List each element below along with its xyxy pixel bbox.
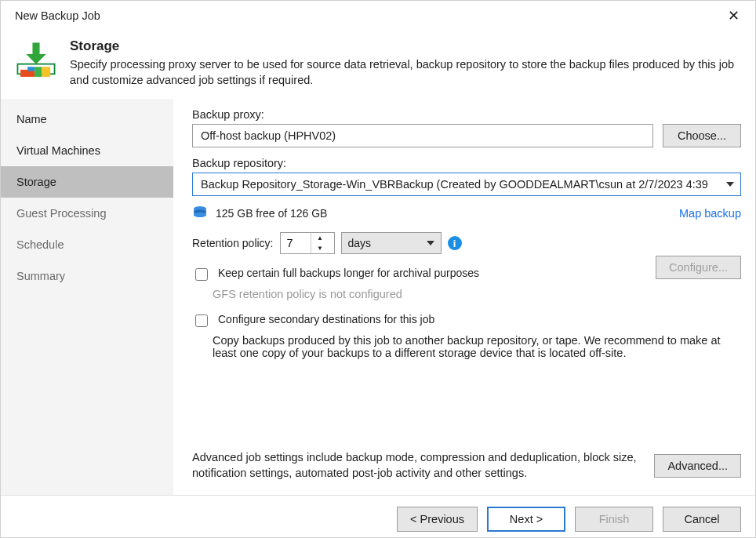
gfs-checkbox[interactable] (195, 268, 208, 281)
backup-repository-label: Backup repository: (192, 157, 741, 169)
secondary-destinations-label: Configure secondary destinations for thi… (218, 313, 434, 325)
advanced-button[interactable]: Advanced... (654, 454, 741, 478)
next-button[interactable]: Next > (487, 507, 565, 532)
previous-button[interactable]: < Previous (397, 507, 478, 532)
spinner-up-icon[interactable]: ▲ (311, 233, 329, 243)
retention-value-input[interactable] (281, 233, 311, 253)
header: Storage Specify processing proxy server … (1, 26, 755, 99)
advanced-description: Advanced job settings include backup mod… (192, 450, 643, 481)
cancel-button[interactable]: Cancel (663, 507, 741, 532)
retention-label: Retention policy: (192, 237, 274, 249)
svg-rect-3 (42, 67, 50, 77)
retention-unit-select[interactable]: days (341, 232, 442, 254)
gfs-configure-button: Configure... (656, 256, 741, 279)
page-description: Specify processing proxy server to be us… (70, 57, 741, 88)
chevron-down-icon (427, 241, 434, 245)
step-schedule[interactable]: Schedule (1, 229, 173, 260)
svg-rect-2 (35, 67, 42, 77)
storage-wizard-icon (12, 37, 60, 85)
step-virtual-machines[interactable]: Virtual Machines (1, 135, 173, 166)
window-title: New Backup Job (15, 9, 100, 22)
info-icon[interactable]: i (448, 236, 462, 250)
gfs-checkbox-label: Keep certain full backups longer for arc… (218, 267, 479, 279)
choose-proxy-button[interactable]: Choose... (663, 124, 741, 147)
finish-button: Finish (575, 507, 653, 532)
backup-repository-value: Backup Repository_Storage-Win_VBRBackup … (201, 173, 708, 195)
disk-stack-icon (192, 205, 208, 221)
chevron-down-icon (726, 182, 734, 187)
backup-repository-select[interactable]: Backup Repository_Storage-Win_VBRBackup … (192, 173, 741, 196)
backup-proxy-label: Backup proxy: (192, 108, 741, 121)
wizard-steps: Name Virtual Machines Storage Guest Proc… (1, 99, 173, 495)
close-icon[interactable]: ✕ (721, 5, 746, 26)
spinner-down-icon[interactable]: ▼ (311, 243, 329, 253)
step-name[interactable]: Name (1, 104, 173, 135)
svg-point-7 (194, 213, 206, 217)
page-title: Storage (70, 38, 741, 54)
svg-rect-4 (27, 67, 35, 71)
secondary-destinations-description: Copy backups produced by this job to ano… (213, 334, 741, 359)
retention-unit-value: days (348, 237, 372, 249)
step-summary[interactable]: Summary (1, 260, 173, 292)
step-guest-processing[interactable]: Guest Processing (1, 198, 173, 229)
secondary-destinations-checkbox[interactable] (195, 314, 208, 327)
backup-proxy-field[interactable]: Off-host backup (HPHV02) (192, 124, 653, 147)
gfs-status-text: GFS retention policy is not configured (213, 288, 741, 300)
map-backup-link[interactable]: Map backup (679, 207, 741, 220)
step-storage[interactable]: Storage (1, 166, 173, 198)
retention-value-spinner[interactable]: ▲ ▼ (280, 232, 335, 254)
free-space-text: 125 GB free of 126 GB (216, 207, 327, 220)
